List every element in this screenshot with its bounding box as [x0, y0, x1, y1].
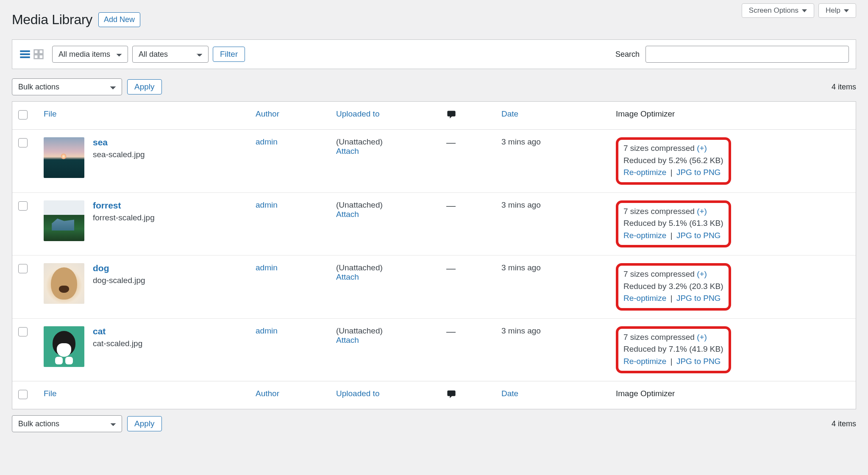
caret-down-icon	[802, 9, 807, 12]
media-table: File Author Uploaded to Date Image Optim…	[12, 101, 856, 409]
select-all-bottom[interactable]	[18, 390, 28, 399]
reoptimize-link[interactable]: Re-optimize	[623, 357, 666, 366]
svg-rect-5	[34, 55, 38, 58]
optimizer-reduced: Reduced by 3.2% (20.3 KB)	[623, 281, 723, 293]
thumbnail[interactable]	[44, 137, 84, 178]
col-uploaded-to[interactable]: Uploaded to	[330, 102, 440, 130]
add-new-button[interactable]: Add New	[98, 12, 140, 27]
date-text: 3 mins ago	[501, 326, 541, 335]
filter-media-type[interactable]: All media items	[52, 46, 128, 63]
media-title-link[interactable]: forrest	[93, 200, 121, 211]
bulk-apply-top[interactable]: Apply	[127, 79, 162, 94]
date-text: 3 mins ago	[501, 137, 541, 146]
optimizer-sizes: 7 sizes compressed	[623, 144, 695, 153]
thumbnail[interactable]	[44, 200, 84, 241]
table-row: forrest forrest-scaled.jpg admin (Unatta…	[12, 193, 856, 256]
jpg-to-png-link[interactable]: JPG to PNG	[676, 294, 721, 303]
col-date[interactable]: Date	[495, 102, 610, 130]
filter-dates[interactable]: All dates	[132, 46, 209, 63]
optimizer-expand[interactable]: (+)	[697, 144, 707, 153]
items-count-bottom: 4 items	[832, 419, 856, 428]
row-checkbox[interactable]	[18, 327, 28, 336]
optimizer-expand[interactable]: (+)	[697, 269, 707, 278]
comments-dash: —	[446, 263, 456, 274]
row-checkbox[interactable]	[18, 138, 28, 147]
author-link[interactable]: admin	[256, 326, 278, 335]
col-file[interactable]: File	[38, 102, 250, 130]
col-image-optimizer: Image Optimizer	[610, 102, 856, 130]
author-link[interactable]: admin	[256, 137, 278, 146]
optimizer-sizes: 7 sizes compressed	[623, 333, 695, 342]
col-comments-foot[interactable]	[440, 381, 495, 409]
view-grid-icon[interactable]	[33, 48, 45, 60]
media-title-link[interactable]: dog	[93, 263, 109, 273]
attach-link[interactable]: Attach	[336, 272, 359, 281]
optimizer-reduced: Reduced by 7.1% (41.9 KB)	[623, 343, 723, 356]
date-text: 3 mins ago	[501, 263, 541, 272]
svg-rect-0	[20, 50, 30, 52]
optimizer-reduced: Reduced by 5.1% (61.3 KB)	[623, 217, 723, 230]
help-toggle[interactable]: Help	[818, 3, 856, 18]
screen-options-toggle[interactable]: Screen Options	[742, 3, 814, 18]
table-row: cat cat-scaled.jpg admin (Unattached) At…	[12, 319, 856, 381]
search-input[interactable]	[645, 46, 849, 63]
reoptimize-link[interactable]: Re-optimize	[623, 294, 666, 303]
separator: |	[669, 357, 674, 366]
table-body: sea sea-scaled.jpg admin (Unattached) At…	[12, 130, 856, 381]
reoptimize-link[interactable]: Re-optimize	[623, 231, 666, 240]
col-comments[interactable]	[440, 102, 495, 130]
author-link[interactable]: admin	[256, 263, 278, 272]
col-date-foot[interactable]: Date	[495, 381, 610, 409]
col-author[interactable]: Author	[250, 102, 330, 130]
optimizer-expand[interactable]: (+)	[697, 333, 707, 342]
svg-rect-2	[20, 56, 30, 58]
table-row: sea sea-scaled.jpg admin (Unattached) At…	[12, 130, 856, 193]
comment-icon	[446, 392, 456, 401]
optimizer-highlight-box: 7 sizes compressed (+) Reduced by 3.2% (…	[616, 263, 731, 311]
author-link[interactable]: admin	[256, 200, 278, 209]
page-title: Media Library	[12, 12, 92, 28]
svg-rect-1	[20, 53, 30, 55]
separator: |	[669, 294, 674, 303]
separator: |	[669, 168, 674, 177]
jpg-to-png-link[interactable]: JPG to PNG	[676, 231, 721, 240]
help-label: Help	[826, 6, 840, 15]
svg-rect-3	[34, 50, 38, 54]
attach-link[interactable]: Attach	[336, 147, 359, 156]
reoptimize-link[interactable]: Re-optimize	[623, 168, 666, 177]
jpg-to-png-link[interactable]: JPG to PNG	[676, 357, 721, 366]
col-author-foot[interactable]: Author	[250, 381, 330, 409]
date-text: 3 mins ago	[501, 200, 541, 209]
col-uploaded-to-foot[interactable]: Uploaded to	[330, 381, 440, 409]
row-checkbox[interactable]	[18, 201, 28, 211]
media-title-link[interactable]: sea	[93, 137, 108, 147]
media-title-link[interactable]: cat	[93, 326, 106, 336]
media-filename: sea-scaled.jpg	[93, 150, 145, 159]
screen-options-label: Screen Options	[749, 6, 798, 15]
attach-link[interactable]: Attach	[336, 210, 359, 219]
jpg-to-png-link[interactable]: JPG to PNG	[676, 168, 721, 177]
search-label: Search	[615, 50, 640, 59]
optimizer-highlight-box: 7 sizes compressed (+) Reduced by 5.2% (…	[616, 137, 731, 185]
thumbnail[interactable]	[44, 263, 84, 304]
filter-button[interactable]: Filter	[213, 47, 245, 62]
optimizer-highlight-box: 7 sizes compressed (+) Reduced by 7.1% (…	[616, 326, 731, 374]
optimizer-expand[interactable]: (+)	[697, 207, 707, 216]
unattached-label: (Unattached)	[336, 137, 383, 146]
comments-dash: —	[446, 137, 456, 148]
thumbnail[interactable]	[44, 326, 84, 367]
col-file-foot[interactable]: File	[38, 381, 250, 409]
select-all-top[interactable]	[18, 110, 28, 119]
items-count-top: 4 items	[832, 83, 856, 92]
bulk-apply-bottom[interactable]: Apply	[127, 416, 162, 431]
comments-dash: —	[446, 200, 456, 211]
unattached-label: (Unattached)	[336, 200, 383, 209]
svg-rect-6	[39, 55, 43, 58]
view-list-icon[interactable]	[19, 48, 31, 60]
row-checkbox[interactable]	[18, 264, 28, 273]
bulk-actions-select-bottom[interactable]: Bulk actions	[12, 415, 122, 432]
optimizer-reduced: Reduced by 5.2% (56.2 KB)	[623, 155, 723, 167]
bulk-actions-select-top[interactable]: Bulk actions	[12, 78, 122, 95]
media-filename: cat-scaled.jpg	[93, 339, 142, 348]
attach-link[interactable]: Attach	[336, 336, 359, 344]
